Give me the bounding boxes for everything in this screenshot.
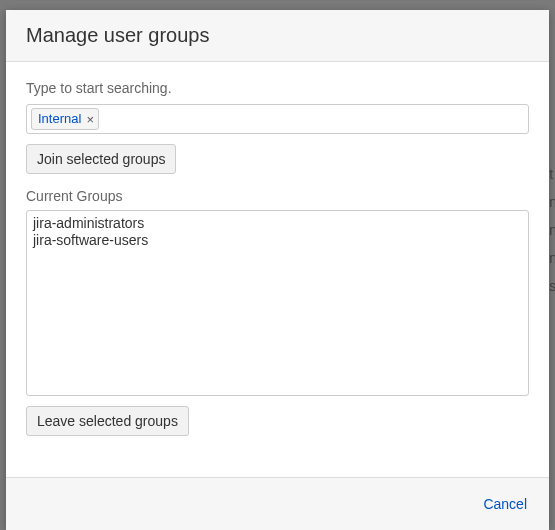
cancel-button[interactable]: Cancel bbox=[481, 492, 529, 516]
background-obscured-text: tnnns bbox=[549, 160, 555, 300]
tag-label: Internal bbox=[38, 110, 81, 128]
search-hint: Type to start searching. bbox=[26, 80, 529, 96]
current-groups-label: Current Groups bbox=[26, 188, 529, 204]
close-icon[interactable]: × bbox=[86, 113, 94, 126]
list-item[interactable]: jira-software-users bbox=[33, 232, 522, 249]
current-groups-listbox[interactable]: jira-administratorsjira-software-users bbox=[26, 210, 529, 396]
selected-tag: Internal × bbox=[31, 108, 99, 130]
list-item[interactable]: jira-administrators bbox=[33, 215, 522, 232]
modal-footer: Cancel bbox=[6, 477, 549, 530]
modal-title: Manage user groups bbox=[26, 24, 529, 47]
group-search-input[interactable]: Internal × bbox=[26, 104, 529, 134]
modal-body: Type to start searching. Internal × Join… bbox=[6, 62, 549, 477]
join-selected-groups-button[interactable]: Join selected groups bbox=[26, 144, 176, 174]
manage-user-groups-modal: Manage user groups Type to start searchi… bbox=[6, 10, 549, 530]
modal-header: Manage user groups bbox=[6, 10, 549, 62]
leave-selected-groups-button[interactable]: Leave selected groups bbox=[26, 406, 189, 436]
